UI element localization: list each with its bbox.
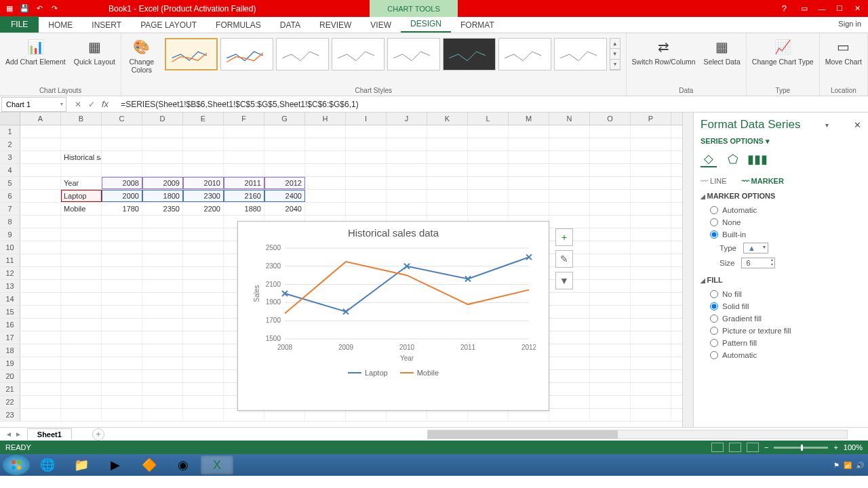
tray-network-icon[interactable]: 📶 [844,462,852,469]
select-data-button[interactable]: ▦Select Data [701,35,743,68]
tab-view[interactable]: VIEW [361,18,401,33]
zoom-slider[interactable] [774,447,828,449]
change-colors-button[interactable]: 🎨Change Colors [124,35,159,75]
chart-style-2[interactable] [220,38,273,70]
pane-tab-marker[interactable]: 〰 MARKER [742,177,784,185]
zoom-out-button[interactable]: − [764,443,768,451]
pane-tab-line[interactable]: 〰 LINE [701,177,727,185]
normal-view-button[interactable] [711,443,724,452]
chart-style-3[interactable] [276,38,329,70]
tab-design[interactable]: DESIGN [401,16,451,33]
change-chart-type-button[interactable]: 📈Change Chart Type [749,35,816,68]
style-gallery-scroll[interactable]: ▲▼▾ [610,38,620,70]
add-chart-element-button[interactable]: 📊Add Chart Element [3,35,68,68]
zoom-level[interactable]: 100% [844,443,863,451]
system-tray[interactable]: ⚑ 📶 🔊 [833,462,864,469]
fill-automatic-radio[interactable]: Automatic [701,349,861,361]
close-icon[interactable]: ✕ [849,2,865,16]
chart-style-1[interactable] [165,38,218,70]
quick-layout-button[interactable]: ▦Quick Layout [71,35,118,68]
tray-volume-icon[interactable]: 🔊 [856,462,864,469]
col-header[interactable]: C [102,113,142,125]
col-header[interactable]: D [142,113,183,125]
chart-style-6[interactable] [443,38,496,70]
fill-line-icon[interactable]: ◇ [701,151,717,167]
chart-elements-button[interactable]: + [555,228,573,246]
tab-review[interactable]: REVIEW [310,18,361,33]
fill-solid-radio[interactable]: Solid fill [701,300,861,312]
col-header[interactable]: K [427,113,468,125]
fx-icon[interactable]: fx [102,99,108,109]
pane-series-options[interactable]: SERIES OPTIONS ▾ [701,137,861,146]
taskbar-excel-icon[interactable]: X [201,455,233,474]
chart-style-4[interactable] [332,38,384,70]
save-icon[interactable]: 💾 [19,3,30,14]
taskbar-vlc-icon[interactable]: 🔶 [133,455,165,474]
help-icon[interactable]: ? [782,3,787,14]
col-header[interactable]: L [468,113,509,125]
horizontal-scrollbar[interactable] [427,430,848,439]
col-header[interactable]: O [590,113,631,125]
taskbar-ie-icon[interactable]: 🌐 [31,455,64,474]
legend-item-laptop[interactable]: Laptop [348,369,388,377]
taskbar-explorer-icon[interactable]: 📁 [65,455,98,474]
pane-dropdown-icon[interactable]: ▾ [825,121,829,129]
col-header[interactable]: M [509,113,549,125]
marker-size-spinner[interactable]: 6 [741,258,775,268]
zoom-in-button[interactable]: + [833,443,837,451]
vertical-scrollbar[interactable] [682,113,693,427]
col-header[interactable]: I [346,113,387,125]
sheet-tab-sheet1[interactable]: Sheet1 [27,428,72,440]
accept-formula-icon[interactable]: ✓ [88,100,95,109]
effects-icon[interactable]: ⬠ [725,151,741,167]
formula-input[interactable]: =SERIES(Sheet1!$B$6,Sheet1!$C$5:$G$5,She… [117,100,868,109]
legend-item-mobile[interactable]: Mobile [400,369,439,377]
cancel-formula-icon[interactable]: ✕ [75,100,81,109]
marker-automatic-radio[interactable]: Automatic [701,204,861,216]
page-layout-view-button[interactable] [729,443,741,452]
switch-row-column-button[interactable]: ⇄Switch Row/Column [629,35,698,68]
col-header[interactable]: F [224,113,264,125]
col-header[interactable]: A [20,113,61,125]
col-header[interactable]: P [631,113,671,125]
chart-styles-button[interactable]: ✎ [555,250,573,268]
col-header[interactable]: H [305,113,346,125]
embedded-chart[interactable]: Historical sales data 150017001900210023… [237,221,549,411]
sheet-nav[interactable]: ◄► [0,430,27,438]
tab-page-layout[interactable]: PAGE LAYOUT [131,18,206,33]
marker-type-combo[interactable]: ▲ [743,243,768,253]
page-break-view-button[interactable] [747,443,759,452]
taskbar-media-icon[interactable]: ▶ [99,455,132,474]
chart-style-7[interactable] [498,38,551,70]
tab-home[interactable]: HOME [39,18,82,33]
tab-file[interactable]: FILE [0,16,39,33]
col-header[interactable]: B [61,113,102,125]
redo-icon[interactable]: ↷ [49,3,60,14]
fill-picture-radio[interactable]: Picture or texture fill [701,325,861,337]
marker-builtin-radio[interactable]: Built-in [701,228,861,241]
chart-legend[interactable]: Laptop Mobile [238,363,549,382]
chart-filters-button[interactable]: ▼ [555,272,573,289]
chart-style-8[interactable] [554,38,607,70]
ribbon-options-icon[interactable]: ▭ [796,2,812,16]
chart-style-5[interactable] [387,38,440,70]
chart-title[interactable]: Historical sales data [238,222,549,241]
add-sheet-button[interactable]: + [92,428,104,441]
col-header[interactable]: G [264,113,305,125]
fill-gradient-radio[interactable]: Gradient fill [701,312,861,325]
col-header[interactable]: E [183,113,224,125]
series-options-icon[interactable]: ▮▮▮ [749,151,766,167]
tab-insert[interactable]: INSERT [82,18,131,33]
tab-data[interactable]: DATA [271,18,310,33]
taskbar-chrome-icon[interactable]: ◉ [167,455,199,474]
fill-header[interactable]: FILL [701,276,861,284]
move-chart-button[interactable]: ▭Move Chart [823,35,865,68]
marker-options-header[interactable]: MARKER OPTIONS [701,192,861,200]
select-all-corner[interactable] [0,113,20,125]
tray-flag-icon[interactable]: ⚑ [833,462,840,469]
name-box[interactable]: Chart 1 [1,97,66,112]
chart-plot-area[interactable]: 1500170019002100230025002008200920102011… [251,241,536,363]
marker-none-radio[interactable]: None [701,216,861,228]
maximize-icon[interactable]: ☐ [831,2,848,16]
sign-in-link[interactable]: Sign in [838,20,861,28]
